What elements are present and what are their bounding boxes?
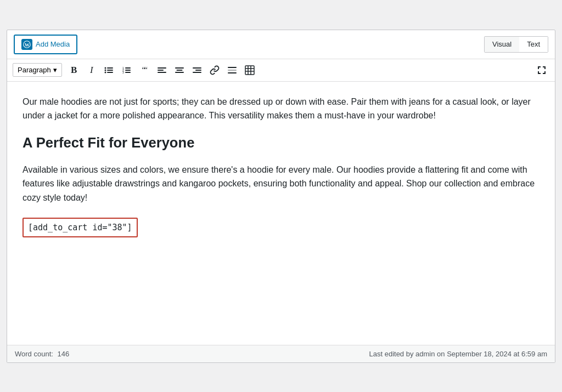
table-button[interactable]: [242, 63, 257, 78]
dropdown-arrow-icon: ▾: [53, 66, 57, 74]
svg-rect-23: [228, 67, 237, 68]
svg-rect-4: [107, 72, 113, 73]
tab-text[interactable]: Text: [519, 37, 548, 52]
svg-text:W: W: [25, 42, 30, 47]
svg-rect-10: [125, 72, 131, 73]
svg-rect-8: [125, 67, 131, 69]
add-media-label: Add Media: [36, 40, 70, 48]
fullscreen-button[interactable]: [534, 63, 549, 78]
tab-visual[interactable]: Visual: [485, 37, 519, 52]
unordered-list-button[interactable]: [102, 63, 117, 78]
svg-rect-20: [193, 67, 201, 69]
italic-button[interactable]: I: [84, 63, 99, 78]
svg-rect-15: [158, 70, 164, 71]
svg-rect-14: [158, 67, 166, 69]
svg-rect-17: [175, 67, 184, 69]
svg-rect-18: [176, 70, 182, 71]
align-left-button[interactable]: [154, 63, 170, 78]
word-count-label: Word count:: [15, 350, 53, 358]
svg-rect-24: [228, 70, 237, 71]
svg-rect-9: [125, 70, 131, 71]
word-count: Word count: 146: [15, 350, 69, 358]
svg-point-6: [104, 69, 106, 71]
word-count-value: 146: [57, 350, 69, 358]
svg-rect-3: [107, 70, 113, 71]
last-edited: Last edited by admin on September 18, 20…: [369, 350, 548, 358]
svg-rect-19: [175, 72, 184, 73]
paragraph-select[interactable]: Paragraph ▾: [13, 63, 62, 77]
svg-rect-2: [107, 67, 113, 69]
top-bar: W Add Media Visual Text: [7, 30, 555, 59]
horizontal-rule-button[interactable]: [224, 63, 240, 78]
svg-rect-21: [195, 70, 201, 71]
editor-content[interactable]: Our male hoodies are not just for sports…: [7, 82, 555, 345]
blockquote-button[interactable]: ““: [137, 63, 152, 78]
content-paragraph2: Available in various sizes and colors, w…: [23, 163, 539, 205]
formatting-toolbar: Paragraph ▾ B I 123 ““: [7, 59, 555, 82]
svg-rect-22: [193, 72, 201, 73]
content-paragraph1: Our male hoodies are not just for sports…: [23, 95, 539, 123]
svg-rect-25: [228, 72, 237, 73]
bold-button[interactable]: B: [66, 63, 82, 78]
align-center-button[interactable]: [172, 63, 187, 78]
svg-rect-16: [158, 72, 166, 73]
add-media-button[interactable]: W Add Media: [14, 35, 77, 54]
svg-text:3: 3: [122, 70, 124, 73]
status-bar: Word count: 146 Last edited by admin on …: [7, 345, 555, 362]
insert-link-button[interactable]: [207, 63, 222, 78]
svg-point-7: [104, 71, 106, 73]
svg-point-5: [104, 67, 106, 69]
editor-container: W Add Media Visual Text Paragraph ▾ B I …: [7, 30, 555, 363]
wordpress-icon: W: [21, 39, 32, 50]
content-heading1: A Perfect Fit for Everyone: [23, 132, 539, 154]
ordered-list-button[interactable]: 123: [119, 63, 134, 78]
shortcode-block: [add_to_cart id="38"]: [23, 218, 138, 237]
view-tabs: Visual Text: [484, 36, 548, 53]
svg-rect-26: [245, 66, 254, 75]
paragraph-label: Paragraph: [18, 66, 51, 74]
align-right-button[interactable]: [189, 63, 205, 78]
